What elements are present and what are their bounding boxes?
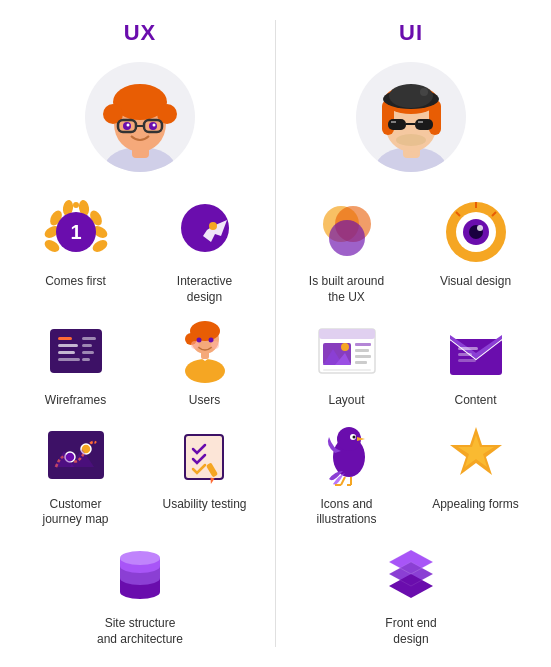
ux-item-wireframes: Wireframes xyxy=(14,315,137,409)
svg-rect-102 xyxy=(458,359,476,362)
svg-point-79 xyxy=(329,220,365,256)
ui-label-frontend: Front end design xyxy=(366,616,456,647)
svg-rect-71 xyxy=(388,119,406,130)
svg-text:1: 1 xyxy=(70,221,81,243)
svg-rect-98 xyxy=(323,369,371,371)
svg-marker-105 xyxy=(357,437,365,441)
ux-label-users: Users xyxy=(189,393,220,409)
svg-point-24 xyxy=(73,202,79,208)
svg-point-27 xyxy=(209,222,217,230)
ux-item-journey: Customer journey map xyxy=(14,419,137,528)
testing-icon xyxy=(171,421,239,489)
ui-avatar xyxy=(356,62,466,172)
layout-icon xyxy=(313,317,381,385)
ui-item-eye: Visual design xyxy=(414,196,537,305)
main-columns: UX xyxy=(10,20,541,647)
svg-point-11 xyxy=(126,124,129,127)
svg-rect-100 xyxy=(458,347,478,350)
ui-item-layout: Layout xyxy=(285,315,408,409)
venn-icon xyxy=(313,198,381,266)
user-icon xyxy=(171,317,239,385)
ui-item-layers: Front end design xyxy=(366,538,456,647)
svg-rect-89 xyxy=(319,329,375,339)
ui-item-bird: Icons and illustrations xyxy=(285,419,408,528)
ui-label-forms: Appealing forms xyxy=(432,497,519,513)
ui-label-content: Content xyxy=(454,393,496,409)
ui-icon-grid: Is built around the UX xyxy=(281,196,541,528)
envelope-icon xyxy=(442,317,510,385)
svg-rect-101 xyxy=(458,353,472,356)
svg-point-76 xyxy=(396,134,426,146)
ux-item-users: Users xyxy=(143,315,266,409)
svg-rect-97 xyxy=(355,361,367,364)
ux-item-testing: Usability testing xyxy=(143,419,266,528)
ui-item-venn: Is built around the UX xyxy=(285,196,408,305)
ux-item-interactive: Interactive design xyxy=(143,196,266,305)
journey-icon xyxy=(42,421,110,489)
star-icon xyxy=(442,421,510,489)
ui-avatar-svg xyxy=(364,72,459,172)
ui-item-envelope: Content xyxy=(414,315,537,409)
ux-label-wireframes: Wireframes xyxy=(45,393,106,409)
ux-item-comes-first: 1 Comes first xyxy=(14,196,137,305)
page-container: UX xyxy=(0,0,551,667)
svg-line-108 xyxy=(341,477,345,485)
svg-rect-94 xyxy=(355,343,371,346)
ui-label-layout: Layout xyxy=(328,393,364,409)
ux-title: UX xyxy=(124,20,157,46)
svg-rect-30 xyxy=(58,344,78,347)
svg-rect-34 xyxy=(82,344,92,347)
ui-title: UI xyxy=(399,20,423,46)
svg-rect-31 xyxy=(58,351,75,354)
svg-rect-96 xyxy=(355,355,371,358)
ux-avatar xyxy=(85,62,195,172)
ux-label-testing: Usability testing xyxy=(162,497,246,513)
svg-rect-32 xyxy=(58,358,80,361)
svg-point-61 xyxy=(120,551,160,565)
ux-label-database: Site structure and architecture xyxy=(95,616,185,647)
svg-point-45 xyxy=(211,341,219,349)
svg-rect-72 xyxy=(415,119,433,130)
svg-rect-33 xyxy=(82,337,96,340)
ux-label-journey: Customer journey map xyxy=(31,497,121,528)
column-divider xyxy=(275,20,276,647)
svg-point-44 xyxy=(191,341,199,349)
eye-icon xyxy=(442,198,510,266)
svg-rect-46 xyxy=(48,431,104,479)
ux-label-comes-first: Comes first xyxy=(45,274,106,290)
ui-label-visual: Visual design xyxy=(440,274,511,290)
svg-rect-28 xyxy=(50,329,102,373)
bird-icon xyxy=(313,421,381,489)
layers-icon xyxy=(377,540,445,608)
ui-column: UI xyxy=(281,20,541,647)
svg-point-42 xyxy=(185,359,225,383)
svg-rect-36 xyxy=(82,358,90,361)
svg-point-12 xyxy=(152,124,155,127)
svg-point-69 xyxy=(389,84,433,108)
svg-rect-35 xyxy=(82,351,94,354)
ui-label-icons: Icons and illustrations xyxy=(302,497,392,528)
ux-avatar-svg xyxy=(93,72,188,172)
svg-point-107 xyxy=(352,435,355,438)
svg-rect-29 xyxy=(58,337,72,340)
svg-rect-95 xyxy=(355,349,369,352)
svg-point-93 xyxy=(341,343,349,351)
database-icon xyxy=(106,540,174,608)
svg-rect-43 xyxy=(201,351,209,359)
medal-icon: 1 xyxy=(42,198,110,266)
wireframe-icon xyxy=(42,317,110,385)
ux-label-interactive: Interactive design xyxy=(160,274,250,305)
touch-icon xyxy=(171,198,239,266)
svg-point-23 xyxy=(65,205,71,211)
ux-column: UX xyxy=(10,20,270,647)
svg-point-70 xyxy=(420,88,428,96)
svg-point-84 xyxy=(477,225,483,231)
ux-icon-grid: 1 Comes first xyxy=(10,196,270,528)
ui-item-star: Appealing forms xyxy=(414,419,537,528)
ux-item-database: Site structure and architecture xyxy=(95,538,185,647)
ui-label-venn: Is built around the UX xyxy=(302,274,392,305)
svg-point-25 xyxy=(81,205,87,211)
